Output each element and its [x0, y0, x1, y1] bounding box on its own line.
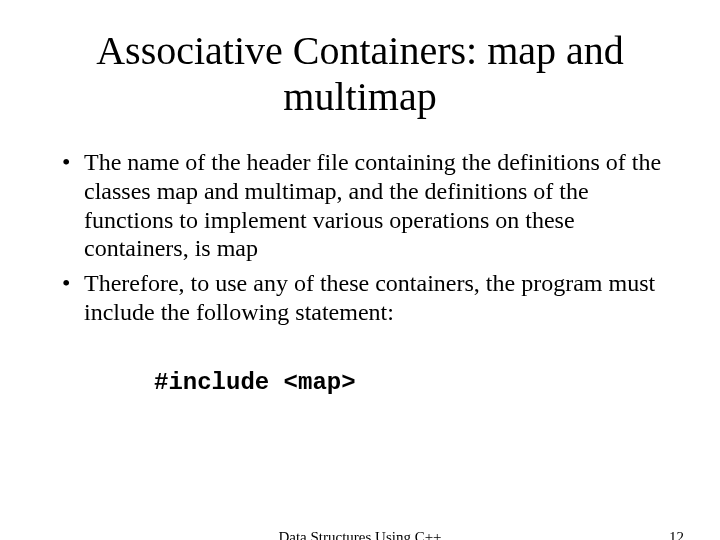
slide-title: Associative Containers: map and multimap: [60, 28, 660, 120]
bullet-list: The name of the header file containing t…: [58, 148, 662, 327]
code-line: #include <map>: [154, 369, 662, 398]
slide-body: The name of the header file containing t…: [58, 148, 662, 398]
bullet-item: The name of the header file containing t…: [58, 148, 662, 263]
bullet-item: Therefore, to use any of these container…: [58, 269, 662, 327]
slide: Associative Containers: map and multimap…: [0, 28, 720, 540]
footer-text: Data Structures Using C++: [0, 529, 720, 540]
page-number: 12: [669, 529, 684, 540]
